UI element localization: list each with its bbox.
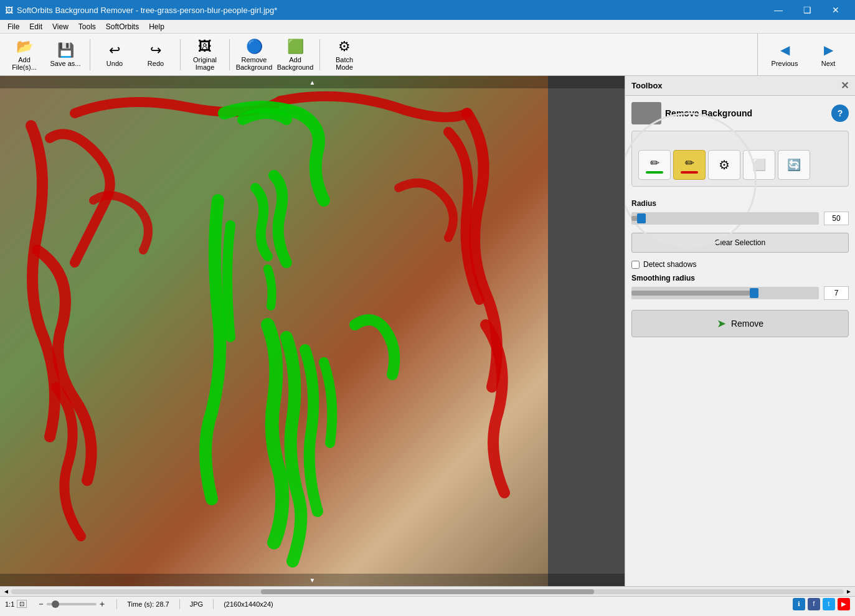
toolbar: 📂 Add File(s)... 💾 Save as... ↩ Undo ↪ R… xyxy=(0,34,855,76)
toolbar-separator-1 xyxy=(90,39,90,70)
menu-edit[interactable]: Edit xyxy=(24,21,47,32)
format-label: JPG xyxy=(190,600,203,608)
smoothing-slider-track[interactable] xyxy=(631,287,819,299)
original-image-label: Original Image xyxy=(189,56,221,71)
facebook-icon[interactable]: f xyxy=(808,598,820,610)
add-files-icon: 📂 xyxy=(16,39,33,55)
batch-mode-icon: ⚙ xyxy=(338,39,351,55)
scroll-track[interactable] xyxy=(11,589,844,594)
minimize-button[interactable]: — xyxy=(764,0,793,20)
titlebar-left: 🖼 SoftOrbits Background Remover - tree-g… xyxy=(5,6,277,15)
add-files-label: Add File(s)... xyxy=(8,56,40,71)
titlebar-controls: — ❑ ✕ xyxy=(764,0,850,20)
remove-brush-button[interactable]: ✏ xyxy=(673,150,706,180)
toolbar-separator-2 xyxy=(180,39,181,70)
horizontal-scrollbar: ◄ ► xyxy=(0,586,855,596)
magic-brush-icon: ⚙ xyxy=(719,157,730,172)
scroll-thumb[interactable] xyxy=(261,589,594,594)
smoothing-value[interactable]: 7 xyxy=(824,286,849,300)
refresh-button[interactable]: 🔄 xyxy=(778,150,810,180)
smoothing-slider-row: 7 xyxy=(631,286,849,300)
menu-file[interactable]: File xyxy=(2,21,24,32)
time-status: Time (s): 28.7 xyxy=(127,600,169,608)
photo-canvas[interactable] xyxy=(0,76,548,586)
app-icon: 🖼 xyxy=(5,6,13,15)
keep-brush-icon: ✏ xyxy=(650,156,659,170)
close-button[interactable]: ✕ xyxy=(821,0,850,20)
eraser-button[interactable]: ⬜ xyxy=(743,150,775,180)
save-as-icon: 💾 xyxy=(57,42,74,58)
social-icons: ℹ f t ▶ xyxy=(793,598,850,610)
previous-icon: ◀ xyxy=(780,42,790,57)
zoom-in-icon[interactable]: ＋ xyxy=(98,599,106,610)
radius-slider-row: 50 xyxy=(631,212,849,225)
toolbox-panel: Toolbox ✕ Remove Background ? ✏ ✏ xyxy=(625,76,855,586)
previous-label: Previous xyxy=(772,60,798,67)
maximize-button[interactable]: ❑ xyxy=(793,0,821,20)
remove-background-section-title: Remove Background xyxy=(665,108,752,118)
menu-view[interactable]: View xyxy=(47,21,73,32)
batch-mode-button[interactable]: ⚙ Batch Mode xyxy=(325,37,364,73)
tool-section-header: Remove Background ? xyxy=(631,102,849,124)
scroll-up-button[interactable]: ▲ xyxy=(0,76,625,88)
twitter-icon[interactable]: t xyxy=(823,598,835,610)
scroll-right-button[interactable]: ► xyxy=(844,587,854,597)
smoothing-slider-thumb[interactable] xyxy=(750,288,758,298)
canvas-area[interactable]: ▲ xyxy=(0,76,625,586)
zoom-label: 1:1 xyxy=(5,600,14,608)
photo-background xyxy=(0,76,548,586)
previous-button[interactable]: ◀ Previous xyxy=(763,37,806,73)
add-files-button[interactable]: 📂 Add File(s)... xyxy=(5,37,44,73)
radius-slider-track[interactable] xyxy=(631,212,819,225)
remove-background-button[interactable]: 🔵 Remove Background xyxy=(235,37,273,73)
menu-help[interactable]: Help xyxy=(144,21,169,32)
status-separator-2 xyxy=(179,599,180,609)
original-image-icon: 🖼 xyxy=(198,39,212,55)
scroll-down-button[interactable]: ▼ xyxy=(0,574,625,586)
redo-label: Redo xyxy=(148,60,164,67)
zoom-thumb[interactable] xyxy=(52,600,59,608)
detect-shadows-checkbox[interactable] xyxy=(631,261,640,269)
toolbox-title: Toolbox xyxy=(631,81,663,90)
menu-tools[interactable]: Tools xyxy=(73,21,101,32)
format-status: JPG xyxy=(190,600,203,608)
youtube-icon[interactable]: ▶ xyxy=(838,598,850,610)
toolbox-close-button[interactable]: ✕ xyxy=(841,80,849,91)
undo-button[interactable]: ↩ Undo xyxy=(95,37,134,73)
nav-buttons: ◀ Previous ▶ Next xyxy=(757,34,850,76)
toolbox-body: Remove Background ? ✏ ✏ ⚙ xyxy=(625,96,855,586)
add-background-label: Add Background xyxy=(277,56,314,71)
remove-button-icon: ➤ xyxy=(717,317,726,330)
add-background-button[interactable]: 🟩 Add Background xyxy=(276,37,314,73)
fit-zoom-icon[interactable]: ⊡ xyxy=(17,600,27,608)
next-button[interactable]: ▶ Next xyxy=(806,37,850,73)
detect-shadows-label[interactable]: Detect shadows xyxy=(643,260,696,269)
clear-selection-button[interactable]: Clear Selection xyxy=(631,233,849,253)
batch-mode-label: Batch Mode xyxy=(328,56,361,71)
tool-buttons-row: ✏ ✏ ⚙ ⬜ 🔄 xyxy=(631,131,849,187)
detect-shadows-row: Detect shadows xyxy=(631,260,849,269)
zoom-slider: － ＋ xyxy=(37,599,106,610)
save-as-label: Save as... xyxy=(50,60,81,67)
remove-brush-indicator xyxy=(681,171,698,174)
menu-softorbits[interactable]: SoftOrbits xyxy=(101,21,144,32)
help-button[interactable]: ? xyxy=(831,105,849,122)
redo-icon: ↪ xyxy=(150,42,161,58)
info-icon[interactable]: ℹ xyxy=(793,598,805,610)
status-separator-1 xyxy=(116,599,117,609)
smoothing-section: Smoothing radius 7 xyxy=(631,274,849,300)
zoom-track[interactable] xyxy=(47,603,97,605)
keep-brush-button[interactable]: ✏ xyxy=(638,150,671,180)
redo-button[interactable]: ↪ Redo xyxy=(136,37,175,73)
scroll-left-button[interactable]: ◄ xyxy=(1,587,11,597)
smoothing-slider-fill xyxy=(631,291,753,296)
original-image-button[interactable]: 🖼 Original Image xyxy=(186,37,224,73)
remove-button[interactable]: ➤ Remove xyxy=(631,310,849,337)
zoom-out-icon[interactable]: － xyxy=(37,599,45,610)
main-area: ▲ xyxy=(0,76,855,586)
save-as-button[interactable]: 💾 Save as... xyxy=(46,37,85,73)
dimensions-status: (2160x1440x24) xyxy=(224,600,273,608)
radius-value[interactable]: 50 xyxy=(824,212,849,225)
magic-brush-button[interactable]: ⚙ xyxy=(708,150,740,180)
radius-slider-thumb[interactable] xyxy=(637,213,646,223)
